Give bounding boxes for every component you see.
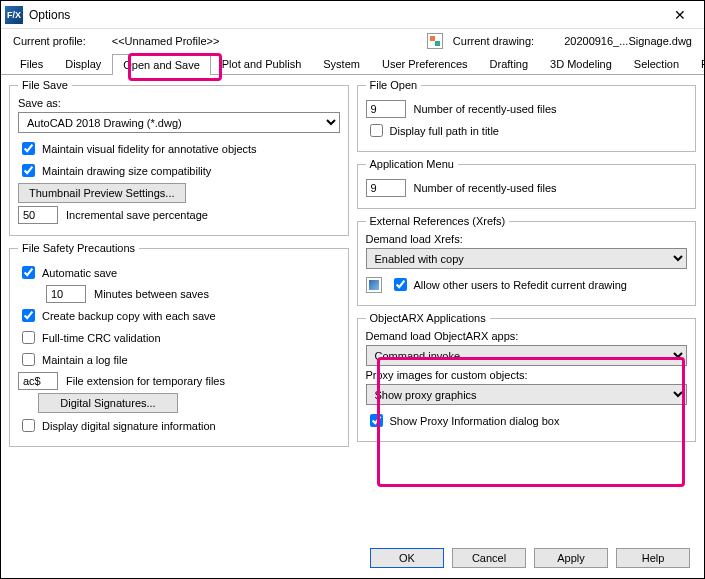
digital-signatures-button[interactable]: Digital Signatures... [38,393,178,413]
minutes-label: Minutes between saves [94,288,209,300]
xref-demand-label: Demand load Xrefs: [366,233,688,245]
log-check[interactable]: Maintain a log file [18,350,340,369]
xref-demand-select[interactable]: Enabled with copy [366,248,688,269]
app-icon: F/X [5,6,23,24]
file-safety-group: File Safety Precautions Automatic save M… [9,242,349,447]
automatic-save-check[interactable]: Automatic save [18,263,340,282]
backup-check[interactable]: Create backup copy with each save [18,306,340,325]
file-safety-legend: File Safety Precautions [18,242,139,254]
tab-drafting[interactable]: Drafting [479,53,540,74]
file-ext-input[interactable] [18,372,58,390]
recent-files-input[interactable] [366,100,406,118]
crc-check[interactable]: Full-time CRC validation [18,328,340,347]
profile-label: Current profile: [13,35,86,47]
file-ext-label: File extension for temporary files [66,375,225,387]
tab-user-preferences[interactable]: User Preferences [371,53,479,74]
thumbnail-settings-button[interactable]: Thumbnail Preview Settings... [18,183,186,203]
app-menu-legend: Application Menu [366,158,458,170]
app-recent-label: Number of recently-used files [414,182,557,194]
display-sig-check[interactable]: Display digital signature information [18,416,340,435]
file-save-group: File Save Save as: AutoCAD 2018 Drawing … [9,79,349,236]
show-proxy-check[interactable]: Show Proxy Information dialog box [366,411,688,430]
save-as-select[interactable]: AutoCAD 2018 Drawing (*.dwg) [18,112,340,133]
save-as-label: Save as: [18,97,340,109]
close-icon[interactable]: ✕ [660,7,700,23]
recent-files-label: Number of recently-used files [414,103,557,115]
tab-selection[interactable]: Selection [623,53,690,74]
minutes-input[interactable] [46,285,86,303]
incremental-save-input[interactable] [18,206,58,224]
drawing-value: 20200916_...Signage.dwg [564,35,692,47]
xref-group: External References (Xrefs) Demand load … [357,215,697,306]
tab-plot-and-publish[interactable]: Plot and Publish [211,53,313,74]
app-menu-group: Application Menu Number of recently-used… [357,158,697,209]
objectarx-legend: ObjectARX Applications [366,312,490,324]
tab-display[interactable]: Display [54,53,112,74]
apply-button[interactable]: Apply [534,548,608,568]
refedit-icon [366,277,382,293]
titlebar: F/X Options ✕ [1,1,704,29]
help-button[interactable]: Help [616,548,690,568]
file-open-group: File Open Number of recently-used files … [357,79,697,152]
proxy-label: Proxy images for custom objects: [366,369,688,381]
dialog-buttons: OK Cancel Apply Help [370,548,690,568]
allow-refedit-check[interactable]: Allow other users to Refedit current dra… [366,275,688,294]
profile-value: <<Unnamed Profile>> [112,35,220,47]
tab-files[interactable]: Files [9,53,54,74]
drawing-label: Current drawing: [453,35,534,47]
dwg-icon [427,33,443,49]
file-open-legend: File Open [366,79,422,91]
options-dialog: F/X Options ✕ Current profile: <<Unnamed… [0,0,705,579]
incremental-save-label: Incremental save percentage [66,209,208,221]
xref-legend: External References (Xrefs) [366,215,510,227]
app-recent-input[interactable] [366,179,406,197]
proxy-select[interactable]: Show proxy graphics [366,384,688,405]
window-title: Options [29,8,660,22]
maintain-visual-check[interactable]: Maintain visual fidelity for annotative … [18,139,340,158]
ok-button[interactable]: OK [370,548,444,568]
profile-row: Current profile: <<Unnamed Profile>> Cur… [1,29,704,53]
full-path-check[interactable]: Display full path in title [366,121,688,140]
tab-system[interactable]: System [312,53,371,74]
tabs: FilesDisplayOpen and SavePlot and Publis… [1,53,704,75]
arx-demand-select[interactable]: Command invoke [366,345,688,366]
arx-demand-label: Demand load ObjectARX apps: [366,330,688,342]
cancel-button[interactable]: Cancel [452,548,526,568]
tab-3d-modeling[interactable]: 3D Modeling [539,53,623,74]
file-save-legend: File Save [18,79,72,91]
tab-open-and-save[interactable]: Open and Save [112,54,210,75]
maintain-size-check[interactable]: Maintain drawing size compatibility [18,161,340,180]
objectarx-group: ObjectARX Applications Demand load Objec… [357,312,697,442]
tab-profiles[interactable]: Profiles [690,53,705,74]
